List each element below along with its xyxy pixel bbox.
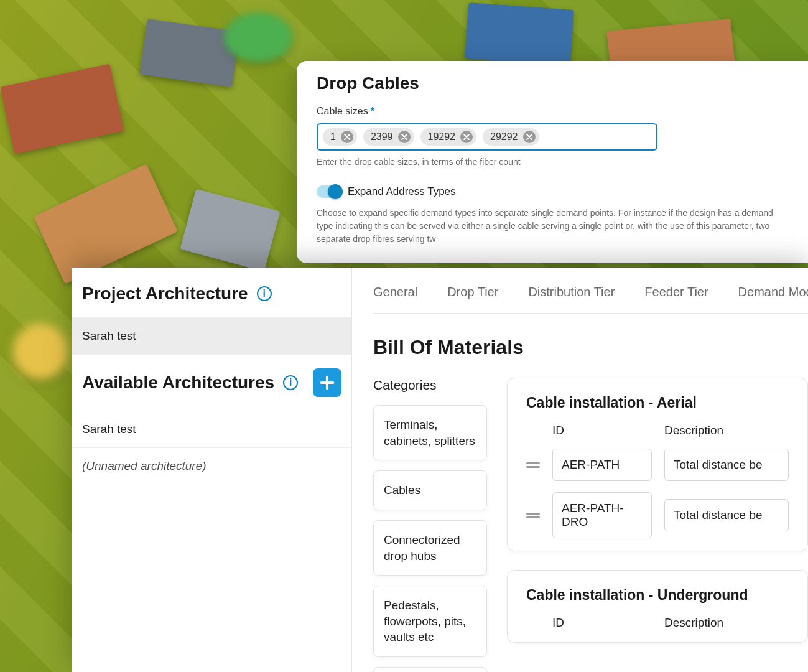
category-card[interactable]: Connectorized drop hubs xyxy=(373,520,487,576)
col-header-id: ID xyxy=(552,424,652,437)
category-card[interactable]: Cables xyxy=(373,470,487,510)
category-card[interactable]: Terminals, cabinets, splitters xyxy=(373,405,487,460)
toggle-knob xyxy=(328,184,343,199)
category-card[interactable]: Pedestals, flowerpots, pits, vaults etc xyxy=(373,586,487,657)
sidebar-item-project[interactable]: Sarah test xyxy=(72,317,351,354)
bom-desc-input[interactable]: Total distance be xyxy=(664,499,789,531)
bom-row: AER-PATH Total distance be xyxy=(526,449,789,481)
required-star: * xyxy=(371,106,374,117)
bom-section-title: Cable installation - Underground xyxy=(526,587,789,604)
chip-remove-icon[interactable] xyxy=(460,131,473,143)
cable-sizes-input[interactable]: 1 2399 19292 29292 xyxy=(317,123,657,151)
chip-remove-icon[interactable] xyxy=(341,131,353,143)
bom-desc-input[interactable]: Total distance be xyxy=(664,449,789,481)
info-icon[interactable]: i xyxy=(257,286,272,301)
col-header-id: ID xyxy=(552,616,652,630)
drag-handle-icon[interactable] xyxy=(526,462,540,468)
available-architectures-header: Available Architectures i xyxy=(72,354,351,411)
chip-remove-icon[interactable] xyxy=(523,131,536,143)
architecture-panel: Project Architecture i Sarah test Availa… xyxy=(72,268,808,672)
chip: 1 xyxy=(323,128,357,146)
bom-section-aerial: Cable installation - Aerial ID Descripti… xyxy=(507,378,808,551)
tab-feeder-tier[interactable]: Feeder Tier xyxy=(644,285,708,299)
categories-column: Categories Terminals, cabinets, splitter… xyxy=(373,378,487,672)
tabs: General Drop Tier Distribution Tier Feed… xyxy=(373,268,808,314)
drop-cables-title: Drop Cables xyxy=(317,73,788,93)
categories-label: Categories xyxy=(373,378,487,393)
tab-distribution-tier[interactable]: Distribution Tier xyxy=(528,285,615,299)
cable-sizes-helper: Enter the drop cable sizes, in terms of … xyxy=(317,157,788,167)
add-architecture-button[interactable] xyxy=(313,368,341,397)
expand-address-label: Expand Address Types xyxy=(348,185,456,198)
sidebar-item-architecture[interactable]: (Unnamed architecture) xyxy=(72,447,351,484)
project-architecture-header: Project Architecture i xyxy=(72,268,351,317)
sidebar: Project Architecture i Sarah test Availa… xyxy=(72,268,352,672)
main-content: General Drop Tier Distribution Tier Feed… xyxy=(352,268,808,672)
bom-id-input[interactable]: AER-PATH xyxy=(552,449,652,481)
tab-drop-tier[interactable]: Drop Tier xyxy=(447,285,498,299)
drop-cables-card: Drop Cables Cable sizes * 1 2399 19292 2… xyxy=(297,61,808,263)
col-header-description: Description xyxy=(664,424,776,437)
bom-id-input[interactable]: AER-PATH-DRO xyxy=(552,492,652,538)
info-icon[interactable]: i xyxy=(283,375,298,390)
sidebar-item-architecture[interactable]: Sarah test xyxy=(72,411,351,447)
bom-title: Bill Of Materials xyxy=(373,336,808,359)
chip-remove-icon[interactable] xyxy=(398,131,411,143)
expand-address-description: Choose to expand specific demand types i… xyxy=(317,207,788,246)
col-header-description: Description xyxy=(664,616,776,630)
drag-handle-icon[interactable] xyxy=(526,513,540,518)
chip: 2399 xyxy=(363,128,414,146)
bom-details: Cable installation - Aerial ID Descripti… xyxy=(507,378,808,661)
tab-demand-mode[interactable]: Demand Mode xyxy=(738,285,808,299)
bom-section-underground: Cable installation - Underground ID Desc… xyxy=(507,570,808,643)
bom-section-title: Cable installation - Aerial xyxy=(526,394,789,411)
chip: 19292 xyxy=(420,128,477,146)
expand-address-toggle[interactable] xyxy=(317,185,341,198)
tab-general[interactable]: General xyxy=(373,285,417,299)
bom-row: AER-PATH-DRO Total distance be xyxy=(526,492,789,538)
chip: 29292 xyxy=(483,128,539,146)
category-card[interactable]: Poles xyxy=(373,667,487,672)
cable-sizes-label: Cable sizes * xyxy=(317,106,788,117)
